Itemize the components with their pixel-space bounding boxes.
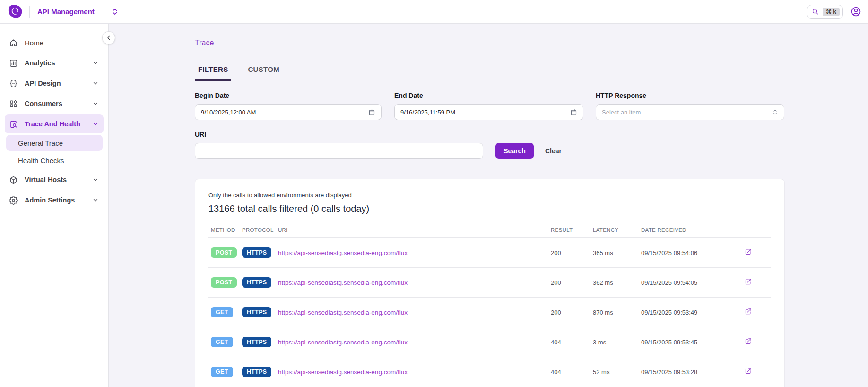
search-button[interactable]: Search — [495, 143, 534, 159]
begin-date-input[interactable] — [195, 104, 382, 120]
chevron-updown-icon — [113, 8, 117, 15]
table-header: METHOD PROTOCOL URI RESULT LATENCY DATE … — [208, 222, 771, 238]
begin-date-value[interactable] — [201, 109, 365, 116]
uri-value[interactable] — [201, 148, 477, 155]
analytics-icon — [9, 59, 18, 68]
result-cell: 200 — [551, 309, 593, 316]
external-link-icon[interactable] — [745, 278, 752, 285]
sidebar: Home Analytics API Design — [0, 24, 109, 387]
uri-label: URI — [195, 131, 483, 138]
sidebar-item-label: Consumers — [25, 100, 86, 107]
protocol-badge: HTTPS — [242, 367, 271, 378]
column-header-result: RESULT — [551, 227, 593, 233]
date-received-cell: 09/15/2025 09:53:49 — [641, 309, 745, 316]
sidebar-item-virtual-hosts[interactable]: Virtual Hosts — [5, 170, 104, 189]
end-date-value[interactable] — [400, 109, 566, 116]
chevron-down-icon — [92, 60, 99, 66]
trace-table-body: POST HTTPS https://api-sensediastg.sense… — [208, 238, 771, 387]
calls-summary: 13166 total calls filtered (0 calls toda… — [208, 203, 771, 214]
external-link-icon[interactable] — [745, 338, 752, 345]
sensedia-logo-icon — [7, 4, 23, 19]
latency-cell: 870 ms — [593, 309, 641, 316]
external-link-icon[interactable] — [745, 248, 752, 255]
result-cell: 404 — [551, 369, 593, 376]
chevron-down-icon — [92, 80, 99, 87]
topbar: API Management ⌘ k — [0, 0, 868, 24]
protocol-badge: HTTPS — [242, 277, 271, 288]
sidebar-item-home[interactable]: Home — [5, 33, 104, 52]
clear-button[interactable]: Clear — [545, 143, 562, 159]
begin-date-label: Begin Date — [195, 92, 382, 99]
external-link-icon[interactable] — [745, 368, 752, 375]
column-header-protocol: PROTOCOL — [242, 227, 278, 233]
sidebar-item-api-design[interactable]: API Design — [5, 74, 104, 93]
http-response-label: HTTP Response — [596, 92, 784, 99]
end-date-input[interactable] — [394, 104, 583, 120]
app-switcher[interactable]: API Management — [30, 8, 128, 16]
tab-custom[interactable]: CUSTOM — [244, 65, 283, 81]
uri-input[interactable] — [195, 143, 483, 159]
brand-logo — [0, 4, 29, 19]
protocol-badge: HTTPS — [242, 247, 271, 258]
latency-cell: 365 ms — [593, 249, 641, 256]
date-received-cell: 09/15/2025 09:53:45 — [641, 339, 745, 346]
sidebar-collapse-button[interactable] — [102, 31, 115, 44]
method-badge: POST — [211, 247, 237, 258]
sidebar-item-admin-settings[interactable]: Admin Settings — [5, 191, 104, 210]
uri-link[interactable]: https://api-sensediastg.sensedia-eng.com… — [278, 309, 408, 316]
date-received-cell: 09/15/2025 09:54:05 — [641, 279, 745, 286]
sidebar-item-trace-and-health[interactable]: Trace And Health — [5, 114, 104, 133]
sidebar-item-label: Virtual Hosts — [25, 176, 86, 184]
results-card: Only the calls to allowed environments a… — [195, 179, 785, 387]
latency-cell: 52 ms — [593, 369, 641, 376]
method-badge: GET — [211, 307, 233, 318]
sidebar-item-label: Home — [25, 39, 99, 47]
http-response-select[interactable]: Select an item — [596, 104, 784, 120]
protocol-badge: HTTPS — [242, 337, 271, 348]
account-icon[interactable] — [851, 6, 861, 17]
uri-link[interactable]: https://api-sensediastg.sensedia-eng.com… — [278, 279, 408, 286]
environments-notice: Only the calls to allowed environments a… — [208, 192, 771, 199]
result-cell: 200 — [551, 249, 593, 256]
protocol-badge: HTTPS — [242, 307, 271, 318]
sidebar-subitem-health-checks[interactable]: Health Checks — [6, 152, 103, 168]
virtual-hosts-icon — [9, 176, 18, 185]
chevron-down-icon — [92, 176, 99, 183]
date-received-cell: 09/15/2025 09:54:06 — [641, 249, 745, 256]
column-header-uri: URI — [278, 227, 551, 233]
chevron-left-icon — [105, 35, 112, 41]
sidebar-item-consumers[interactable]: Consumers — [5, 94, 104, 113]
tab-filters[interactable]: FILTERS — [195, 65, 231, 81]
sidebar-item-label: API Design — [25, 79, 86, 87]
trace-health-icon — [9, 120, 18, 129]
topbar-divider — [128, 6, 128, 18]
api-design-icon — [9, 79, 18, 88]
method-badge: POST — [211, 277, 237, 288]
uri-link[interactable]: https://api-sensediastg.sensedia-eng.com… — [278, 249, 408, 256]
sidebar-item-analytics[interactable]: Analytics — [5, 53, 104, 72]
sidebar-subitem-general-trace[interactable]: General Trace — [6, 135, 103, 151]
latency-cell: 362 ms — [593, 279, 641, 286]
global-search[interactable]: ⌘ k — [807, 5, 843, 19]
app-title: API Management — [37, 8, 95, 16]
home-icon — [9, 38, 18, 47]
date-received-cell: 09/15/2025 09:53:28 — [641, 369, 745, 376]
end-date-label: End Date — [394, 92, 583, 99]
latency-cell: 3 ms — [593, 339, 641, 346]
calendar-icon — [368, 109, 375, 116]
table-row: GET HTTPS https://api-sensediastg.sensed… — [208, 298, 771, 327]
uri-link[interactable]: https://api-sensediastg.sensedia-eng.com… — [278, 339, 408, 346]
tabs: FILTERS CUSTOM — [195, 65, 868, 81]
column-header-method: METHOD — [208, 227, 242, 233]
table-row: GET HTTPS https://api-sensediastg.sensed… — [208, 327, 771, 357]
method-badge: GET — [211, 337, 233, 348]
search-icon — [812, 8, 819, 15]
table-row: POST HTTPS https://api-sensediastg.sense… — [208, 268, 771, 298]
external-link-icon[interactable] — [745, 308, 752, 315]
table-row: POST HTTPS https://api-sensediastg.sense… — [208, 238, 771, 268]
sidebar-subitem-label: General Trace — [18, 139, 63, 147]
chevron-down-icon — [92, 100, 99, 107]
uri-link[interactable]: https://api-sensediastg.sensedia-eng.com… — [278, 369, 408, 376]
sidebar-item-label: Admin Settings — [25, 196, 86, 204]
calendar-icon — [570, 109, 577, 116]
